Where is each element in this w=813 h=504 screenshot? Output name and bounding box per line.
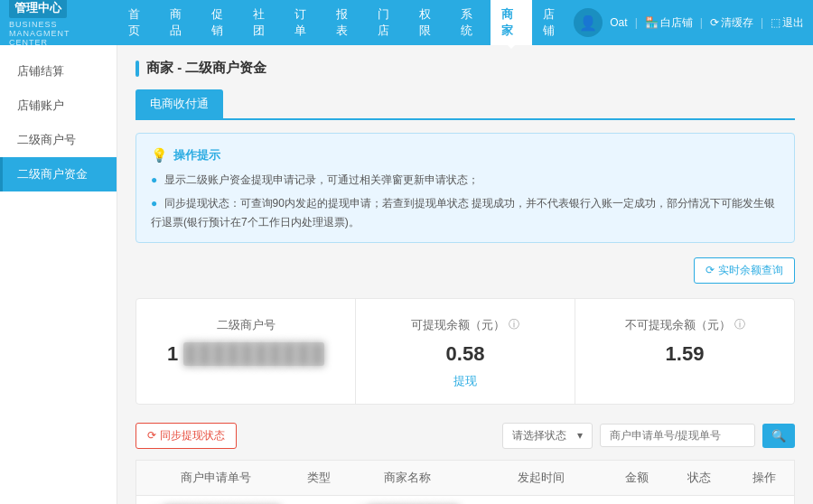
info-icon-withdrawable[interactable]: ⓘ bbox=[509, 317, 519, 332]
top-nav: 管理中心 BUSINESS MANAGMENT CENTER 首页商品促销社团订… bbox=[0, 0, 813, 45]
sidebar: 店铺结算 店铺账户 二级商户号 二级商户资金 bbox=[0, 45, 117, 504]
col-header-merchant: 商家名称 bbox=[342, 460, 473, 495]
sidebar-item-secondary-merchant-no[interactable]: 二级商户号 bbox=[0, 123, 117, 157]
app-title: 管理中心 bbox=[9, 0, 67, 18]
tab-bar: 电商收付通 bbox=[136, 89, 795, 120]
chevron-down-icon: ▾ bbox=[577, 429, 583, 442]
cell-merchant-1: 坏███████████ bbox=[342, 495, 473, 504]
cell-status-1: 提现成功 bbox=[663, 495, 735, 504]
info-icon-non-withdrawable[interactable]: ⓘ bbox=[734, 317, 745, 332]
stat-non-withdrawable-value: 1.59 bbox=[590, 342, 780, 366]
tab-ecommerce-payment[interactable]: 电商收付通 bbox=[136, 89, 223, 118]
stat-account-label: 二级商户号 bbox=[151, 317, 341, 333]
layout: 店铺结算 店铺账户 二级商户号 二级商户资金 商家 - 二级商户资金 电商收付通… bbox=[0, 45, 813, 504]
nav-item-商家[interactable]: 商家 bbox=[491, 0, 532, 45]
nav-items: 首页商品促销社团订单报表门店权限系统商家店铺 bbox=[117, 0, 574, 45]
sidebar-item-store-account[interactable]: 店铺账户 bbox=[0, 89, 117, 123]
col-header-status: 状态 bbox=[663, 460, 735, 495]
filter-row: ⟳ 同步提现状态 请选择状态 ▾ 🔍 bbox=[136, 423, 795, 449]
nav-item-系统[interactable]: 系统 bbox=[450, 0, 491, 45]
stats-row: 二级商户号 1 ██████████ 可提现余额（元） ⓘ 0.58 提现 不可… bbox=[136, 298, 795, 405]
nav-item-促销[interactable]: 促销 bbox=[201, 0, 242, 45]
page-header: 商家 - 二级商户资金 bbox=[136, 60, 795, 77]
col-header-time: 发起时间 bbox=[473, 460, 611, 495]
stat-account-no: 二级商户号 1 ██████████ bbox=[136, 299, 356, 404]
tip-icon: 💡 bbox=[151, 143, 168, 167]
cell-amount-1: ¥0.10 bbox=[610, 495, 663, 504]
avatar: 👤 bbox=[574, 8, 603, 37]
data-table: 商户申请单号 类型 商家名称 发起时间 金额 状态 操作 20█████████… bbox=[136, 460, 795, 504]
search-icon: 🔍 bbox=[771, 429, 786, 443]
stat-account-value: 1 ██████████ bbox=[151, 342, 341, 366]
nav-item-首页[interactable]: 首页 bbox=[117, 0, 159, 45]
nav-item-商品[interactable]: 商品 bbox=[159, 0, 201, 45]
cell-action-1: 👁 查看 bbox=[735, 495, 795, 504]
nav-item-社团[interactable]: 社团 bbox=[242, 0, 284, 45]
cell-time-1: 2020-12-08 17:38:44 bbox=[473, 495, 611, 504]
nav-item-店铺[interactable]: 店铺 bbox=[532, 0, 574, 45]
cell-order-1: 20██████████████ bbox=[136, 495, 295, 504]
tip-box: 💡 操作提示 ● 显示二级账户资金提现申请记录，可通过相关弹窗更新申请状态； ●… bbox=[136, 133, 795, 243]
sidebar-item-store-settlement[interactable]: 店铺结算 bbox=[0, 54, 117, 89]
user-name: Oat bbox=[610, 16, 627, 29]
action-bar: ⟳ 实时余额查询 bbox=[136, 257, 795, 284]
sync-icon: ⟳ bbox=[147, 429, 156, 442]
main-content: 商家 - 二级商户资金 电商收付通 💡 操作提示 ● 显示二级账户资金提现申请记… bbox=[117, 45, 813, 504]
app-subtitle: BUSINESS MANAGMENT CENTER bbox=[9, 20, 108, 47]
withdraw-action-link[interactable]: 提现 bbox=[370, 373, 560, 389]
nav-item-订单[interactable]: 订单 bbox=[284, 0, 325, 45]
stat-non-withdrawable: 不可提现余额（元） ⓘ 1.59 bbox=[575, 299, 794, 404]
page-title: 商家 - 二级商户资金 bbox=[146, 60, 266, 77]
nav-right: 👤 Oat | 🏪 白店铺 | ⟳ 清缓存 | ⬚ 退出 bbox=[574, 8, 804, 37]
tip-title: 💡 操作提示 bbox=[151, 143, 780, 167]
realtime-balance-button[interactable]: ⟳ 实时余额查询 bbox=[694, 257, 795, 284]
header-bar-decoration bbox=[136, 61, 139, 77]
col-header-order: 商户申请单号 bbox=[136, 460, 295, 495]
cell-type-1: 提现 bbox=[294, 495, 341, 504]
stat-withdrawable-label: 可提现余额（元） ⓘ bbox=[370, 317, 560, 333]
stat-withdrawable-value: 0.58 bbox=[370, 342, 560, 366]
stat-non-withdrawable-label: 不可提现余额（元） ⓘ bbox=[590, 317, 780, 333]
status-select[interactable]: 请选择状态 ▾ bbox=[502, 423, 593, 449]
table-head: 商户申请单号 类型 商家名称 发起时间 金额 状态 操作 bbox=[136, 460, 795, 495]
nav-item-报表[interactable]: 报表 bbox=[325, 0, 367, 45]
col-header-amount: 金额 bbox=[610, 460, 663, 495]
search-button[interactable]: 🔍 bbox=[762, 424, 795, 448]
col-header-action: 操作 bbox=[735, 460, 795, 495]
tip-line-1: ● 显示二级账户资金提现申请记录，可通过相关弹窗更新申请状态； bbox=[151, 171, 780, 191]
nav-item-权限[interactable]: 权限 bbox=[408, 0, 450, 45]
sidebar-item-secondary-merchant-funds[interactable]: 二级商户资金 bbox=[0, 157, 117, 191]
nav-item-门店[interactable]: 门店 bbox=[367, 0, 408, 45]
clear-cache-action[interactable]: ⟳ 清缓存 bbox=[710, 15, 753, 31]
store-action[interactable]: 🏪 白店铺 bbox=[645, 15, 693, 31]
tip-line-2: ● 同步提现状态：可查询90内发起的提现申请；若查到提现单状态 提现成功，并不代… bbox=[151, 194, 780, 233]
stat-withdrawable: 可提现余额（元） ⓘ 0.58 提现 bbox=[356, 299, 575, 404]
sync-withdraw-status-button[interactable]: ⟳ 同步提现状态 bbox=[136, 423, 237, 449]
filter-right: 请选择状态 ▾ 🔍 bbox=[502, 423, 795, 449]
table-row: 20██████████████ 提现 坏███████████ 2020-12… bbox=[136, 495, 795, 504]
exit-action[interactable]: ⬚ 退出 bbox=[771, 15, 804, 31]
account-blurred: ██████████ bbox=[183, 342, 324, 366]
refresh-icon: ⟳ bbox=[706, 264, 715, 276]
table-body: 20██████████████ 提现 坏███████████ 2020-12… bbox=[136, 495, 795, 504]
search-input[interactable] bbox=[600, 424, 755, 447]
logo-area: 管理中心 BUSINESS MANAGMENT CENTER bbox=[9, 0, 108, 47]
col-header-type: 类型 bbox=[294, 460, 341, 495]
